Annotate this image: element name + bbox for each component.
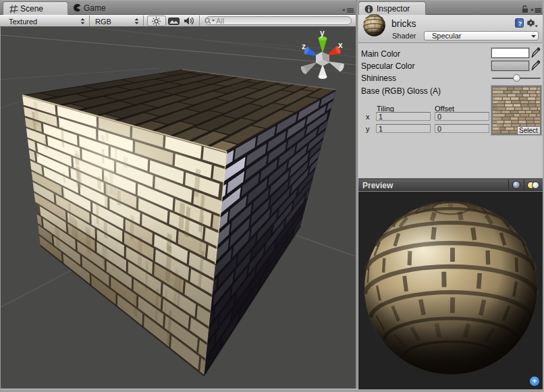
svg-text:z: z: [302, 42, 306, 51]
svg-text:?: ?: [518, 20, 522, 27]
svg-text:x: x: [338, 40, 343, 50]
svg-text:y: y: [320, 28, 325, 38]
